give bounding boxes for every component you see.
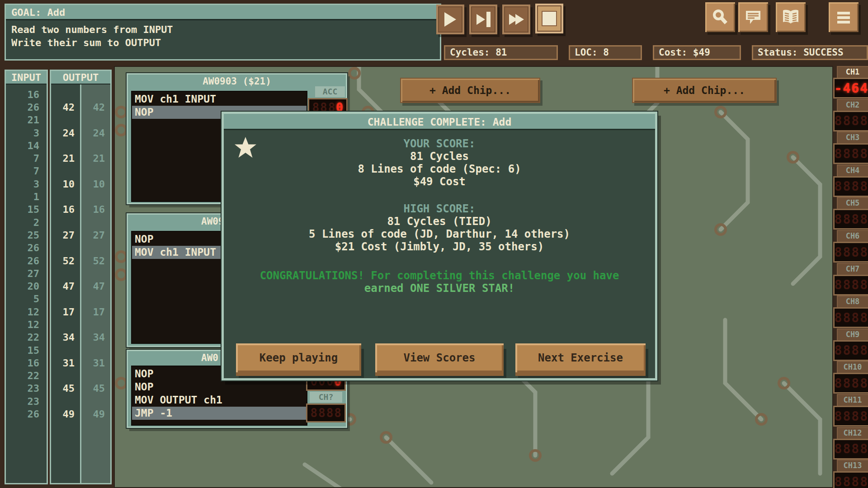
input-value: 15 [6, 203, 47, 216]
output-actual-value [51, 139, 80, 152]
input-value: 1 [6, 190, 47, 203]
output-expected-value [81, 114, 110, 127]
output-actual-value: 17 [51, 305, 80, 318]
input-header: INPUT [6, 71, 47, 84]
output-expected-value: 34 [81, 331, 110, 344]
view-scores-button[interactable]: View Scores [375, 343, 504, 372]
add-chip-button-1[interactable]: + Add Chip... [400, 78, 540, 103]
high-score-loc: 5 Lines of code (JD, Darthur, 14 others) [224, 228, 655, 240]
channel-display: -464 [833, 78, 868, 99]
output-expected-value: 47 [81, 280, 110, 292]
input-value: 12 [6, 318, 47, 331]
input-value: 22 [6, 370, 47, 382]
input-value: 26 [6, 101, 47, 113]
your-score-cycles: 81 Cycles [224, 150, 655, 163]
channels-column: CH1-464CH28888CH38888CH48888CH58888CH688… [833, 66, 868, 488]
acc-label: ACC [315, 86, 345, 97]
channel-ch8: CH88888 [833, 296, 868, 328]
input-value: 26 [6, 408, 47, 420]
output-actual-value [51, 88, 80, 101]
game-screen: GOAL: Add Read two numbers from INPUT Wr… [0, 0, 868, 488]
output-expected-value [81, 165, 110, 178]
channel-display: 8888 [833, 406, 868, 427]
challenge-complete-dialog: CHALLENGE COMPLETE: Add YOUR SCORE: 81 C… [222, 112, 657, 380]
output-expected-value [81, 139, 110, 152]
code-line[interactable]: NOP [132, 380, 307, 394]
channel-ch6: CH68888 [833, 230, 868, 263]
chat-icon [744, 8, 763, 27]
input-value: 21 [6, 114, 47, 127]
stop-button[interactable] [535, 4, 563, 33]
channel-display: 8888 [833, 471, 868, 488]
output-actual-value: 16 [51, 203, 80, 216]
output-expected-value [81, 318, 110, 331]
code-line[interactable]: JMP -1 [132, 407, 307, 420]
input-panel: INPUT 1626213147731152252626272051212221… [5, 70, 48, 484]
circuit-board: AW0903 ($21) MOV ch1 INPUTNOP ACC 8880 A… [114, 66, 833, 488]
output-expected-value: 31 [81, 357, 110, 369]
output-actual-value: 42 [51, 101, 80, 113]
fast-forward-button[interactable] [502, 5, 530, 34]
channel-ch1: CH1-464 [833, 66, 868, 99]
congrats-line-2: earned ONE SILVER STAR! [224, 282, 655, 295]
menu-button[interactable] [829, 2, 859, 32]
channel-ch13: CH138888 [833, 460, 868, 488]
output-expected-value: 16 [81, 203, 110, 216]
next-exercise-button[interactable]: Next Exercise [515, 343, 646, 372]
play-icon [444, 12, 456, 27]
step-button[interactable] [469, 5, 497, 34]
output-actual-value: 21 [51, 152, 80, 164]
stop-icon [542, 11, 557, 26]
channel-ch12: CH128888 [833, 427, 868, 460]
output-actual-value [51, 114, 80, 127]
your-score-loc: 8 Lines of code (Spec: 6) [224, 163, 655, 175]
congrats-line-1: CONGRATULATIONS! For completing this cha… [224, 269, 655, 282]
high-score-cycles: 81 Cycles (TIED) [224, 215, 655, 228]
input-value: 27 [6, 267, 47, 280]
channel-ch2: CH28888 [833, 99, 868, 131]
search-button[interactable] [705, 2, 735, 32]
channel-tab: CH1 [837, 66, 868, 78]
silver-star-icon [234, 136, 257, 159]
output-actual-value: 45 [51, 382, 80, 395]
add-chip-button-2[interactable]: + Add Chip... [632, 78, 777, 103]
channel-tab: CH8 [837, 296, 868, 307]
play-button[interactable] [436, 5, 464, 34]
keep-playing-button[interactable]: Keep playing [236, 343, 361, 372]
output-expected-value [81, 216, 110, 229]
input-value: 15 [6, 344, 47, 357]
output-expected-value [81, 370, 110, 382]
output-actual-value [51, 216, 80, 229]
output-actual-value [51, 190, 80, 203]
output-expected-value [81, 267, 110, 280]
output-actual-value [51, 318, 80, 331]
channel-ch11: CH118888 [833, 394, 868, 427]
output-actual-value: 34 [51, 331, 80, 344]
search-icon [711, 8, 730, 27]
channel-tab: CH13 [837, 460, 868, 471]
cycles-counter: Cycles: 81 [444, 45, 558, 60]
output-expected-value [81, 293, 110, 305]
output-actual-value: 31 [51, 357, 80, 369]
channel-display: 8888 [833, 111, 868, 131]
output-expected-value: 52 [81, 254, 110, 267]
channel-display: 8888 [833, 307, 868, 328]
goal-panel: GOAL: Add Read two numbers from INPUT Wr… [5, 4, 441, 61]
output-expected-value [81, 395, 110, 408]
chat-button[interactable] [738, 2, 768, 32]
output-expected-value: 21 [81, 152, 110, 164]
channel-ch5: CH58888 [833, 197, 868, 230]
output-expected-value [81, 242, 110, 254]
code-line[interactable]: MOV ch1 INPUT [132, 93, 307, 106]
input-value: 7 [6, 152, 47, 164]
goal-line-1: Read two numbers from INPUT [11, 23, 434, 36]
manual-button[interactable] [776, 2, 806, 32]
output-expected-value: 27 [81, 229, 110, 241]
output-expected-value: 17 [81, 305, 110, 318]
channel-tab: CH9 [837, 328, 868, 340]
input-value: 3 [6, 178, 47, 190]
output-actual-value: 49 [51, 408, 80, 420]
output-expected-value: 45 [81, 382, 110, 395]
output-actual-value [51, 370, 80, 382]
code-line[interactable]: MOV OUTPUT ch1 [132, 394, 307, 407]
